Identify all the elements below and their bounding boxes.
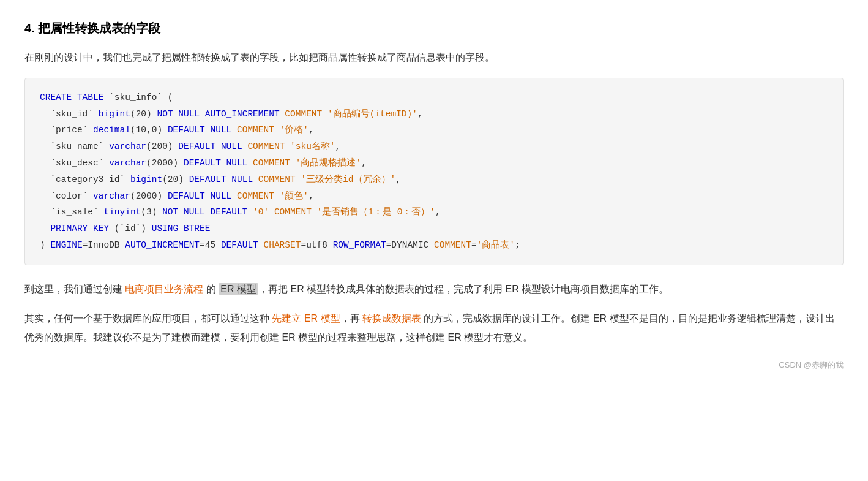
body1-highlight: ER 模型 bbox=[219, 283, 258, 295]
code-col7-name: `is_sale` bbox=[50, 207, 98, 217]
section-title: 4. 把属性转换成表的字段 bbox=[24, 18, 844, 38]
body-text-1: 到这里，我们通过创建 电商项目业务流程 的 ER 模型，再把 ER 模型转换成具… bbox=[24, 280, 844, 298]
code-col6-name: `color` bbox=[50, 191, 88, 201]
code-col5-name: `category3_id` bbox=[50, 175, 125, 184]
code-col2-name: `price` bbox=[50, 125, 88, 135]
body1-plain1: 到这里，我们通过创建 bbox=[24, 284, 125, 294]
footer-text: CSDN @赤脚的我 bbox=[779, 360, 844, 369]
body2-plain1: 其实，任何一个基于数据库的应用项目，都可以通过这种 bbox=[24, 313, 272, 324]
body2-plain2: ，再 bbox=[340, 313, 362, 324]
code-keyword: CREATE TABLE bbox=[40, 93, 103, 102]
footer: CSDN @赤脚的我 bbox=[24, 359, 844, 372]
code-col3-name: `sku_name` bbox=[50, 142, 103, 151]
body1-plain2: 的 bbox=[203, 284, 219, 294]
section-container: 4. 把属性转换成表的字段 在刚刚的设计中，我们也完成了把属性都转换成了表的字段… bbox=[24, 18, 844, 372]
code-table-name: `sku_info` bbox=[109, 93, 162, 102]
code-col4-name: `sku_desc` bbox=[50, 158, 103, 168]
body1-link1[interactable]: 电商项目业务流程 bbox=[125, 284, 203, 294]
body2-link2[interactable]: 转换成数据表 bbox=[362, 313, 421, 324]
body2-link1[interactable]: 先建立 ER 模型 bbox=[272, 313, 340, 324]
code-col1-name: `sku_id` bbox=[50, 109, 93, 119]
intro-text: 在刚刚的设计中，我们也完成了把属性都转换成了表的字段，比如把商品属性转换成了商品… bbox=[24, 49, 844, 67]
body-text-2: 其实，任何一个基于数据库的应用项目，都可以通过这种 先建立 ER 模型，再 转换… bbox=[24, 309, 844, 347]
body1-plain3: ，再把 ER 模型转换成具体的数据表的过程，完成了利用 ER 模型设计电商项目数… bbox=[258, 284, 668, 294]
code-block: CREATE TABLE `sku_info` ( `sku_id` bigin… bbox=[24, 78, 844, 265]
